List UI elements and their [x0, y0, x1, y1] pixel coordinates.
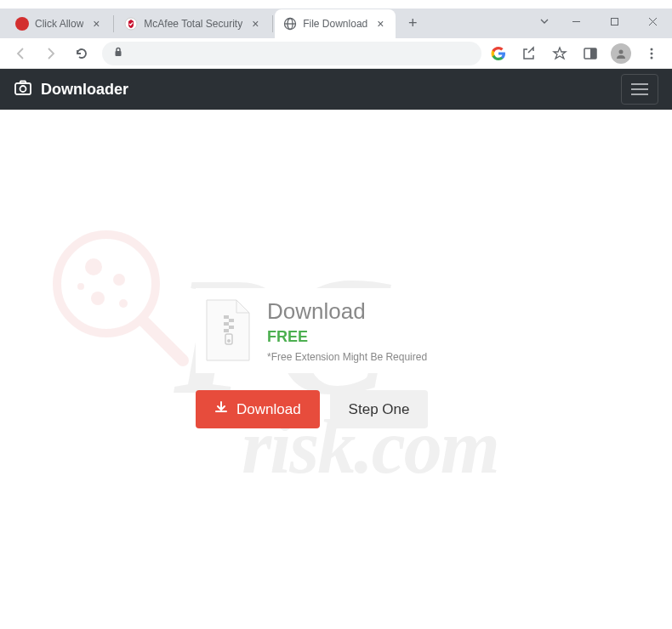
favicon-globe-icon	[283, 17, 297, 31]
tab-click-allow[interactable]: Click Allow ×	[7, 9, 111, 38]
download-section: Download FREE *Free Extension Might Be R…	[196, 288, 476, 428]
download-button-label: Download	[236, 401, 301, 418]
svg-point-30	[227, 339, 231, 343]
close-icon[interactable]: ×	[93, 19, 103, 29]
bookmark-star-icon[interactable]	[550, 43, 570, 64]
svg-line-18	[143, 320, 183, 360]
menu-dots-icon[interactable]	[641, 43, 662, 64]
download-arrow-icon	[214, 400, 228, 418]
minimize-button[interactable]	[557, 8, 595, 34]
tab-title: McAfee Total Security	[144, 18, 242, 30]
profile-icon[interactable]	[611, 43, 631, 64]
tab-title: File Download	[303, 18, 367, 30]
svg-point-16	[20, 86, 26, 92]
url-bar[interactable]	[102, 42, 481, 65]
download-button[interactable]: Download	[196, 390, 320, 428]
download-card: Download FREE *Free Extension Might Be R…	[196, 288, 476, 373]
side-panel-icon[interactable]	[580, 43, 601, 64]
svg-point-21	[91, 292, 105, 305]
svg-point-14	[651, 56, 653, 59]
svg-point-23	[77, 283, 84, 290]
svg-point-20	[113, 274, 125, 286]
content-area: PC risk.com Download FREE *Free Extensio…	[0, 110, 672, 629]
reload-button[interactable]	[68, 40, 95, 67]
address-bar	[0, 38, 672, 69]
svg-point-22	[119, 299, 128, 308]
brand-title: Downloader	[41, 81, 128, 99]
lock-icon	[112, 46, 124, 61]
close-icon[interactable]: ×	[377, 19, 387, 29]
svg-rect-27	[229, 326, 234, 329]
file-zip-icon	[202, 298, 253, 362]
svg-rect-10	[590, 48, 596, 59]
svg-rect-24	[224, 315, 229, 319]
svg-point-11	[619, 49, 624, 54]
close-window-button[interactable]	[634, 8, 672, 34]
google-icon[interactable]	[488, 43, 509, 64]
svg-point-17	[57, 235, 156, 333]
new-tab-button[interactable]: +	[401, 12, 424, 36]
free-label: FREE	[267, 328, 470, 346]
tab-title: Click Allow	[35, 18, 83, 30]
maximize-button[interactable]	[595, 8, 634, 34]
svg-rect-28	[224, 329, 229, 332]
tab-file-download[interactable]: File Download ×	[275, 9, 396, 38]
svg-point-12	[651, 48, 653, 50]
svg-rect-5	[612, 18, 618, 25]
hamburger-menu-button[interactable]	[621, 74, 658, 105]
hamburger-icon	[631, 83, 648, 95]
svg-rect-26	[224, 322, 229, 326]
download-heading: Download	[267, 298, 470, 325]
camera-icon	[14, 78, 32, 101]
step-button-label: Step One	[349, 401, 410, 418]
favicon-mcafee-icon	[124, 17, 138, 31]
svg-point-19	[85, 258, 102, 275]
back-button[interactable]	[7, 40, 34, 67]
tab-bar: Click Allow × McAfee Total Security × Fi…	[0, 8, 672, 38]
share-icon[interactable]	[519, 43, 539, 64]
close-icon[interactable]: ×	[252, 19, 262, 29]
forward-button[interactable]	[37, 40, 65, 67]
watermark-magnify-icon	[43, 220, 196, 377]
tab-mcafee[interactable]: McAfee Total Security ×	[116, 9, 271, 38]
favicon-red-icon	[15, 17, 29, 31]
brand: Downloader	[14, 78, 128, 101]
download-note: *Free Extension Might Be Required	[267, 351, 470, 363]
svg-point-13	[651, 52, 653, 54]
svg-rect-15	[15, 83, 31, 94]
page-header: Downloader	[0, 69, 672, 110]
svg-rect-25	[229, 319, 234, 322]
step-one-button[interactable]: Step One	[330, 390, 429, 428]
svg-rect-8	[116, 51, 122, 56]
chevron-down-icon[interactable]	[532, 8, 557, 34]
